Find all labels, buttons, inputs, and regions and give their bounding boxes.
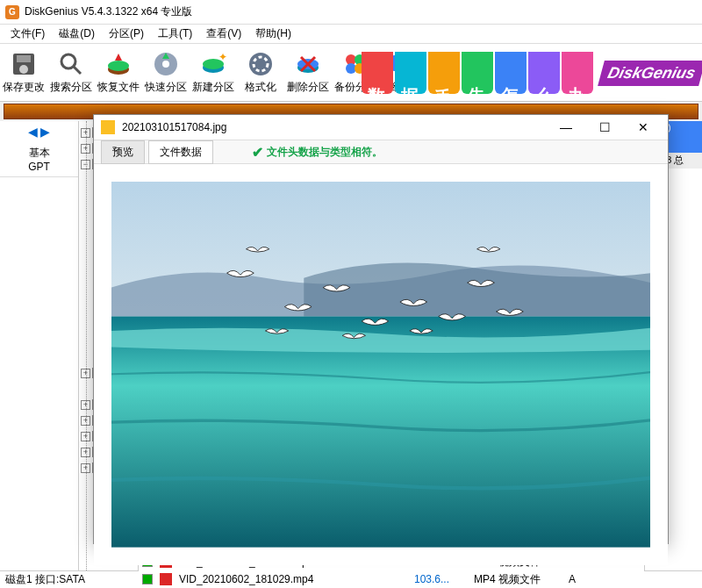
brand-tag: 失 xyxy=(462,52,493,94)
brand-tag: 怎 xyxy=(495,52,526,94)
preview-image xyxy=(111,182,650,548)
format-button[interactable]: 格式化 xyxy=(237,47,284,99)
brand-tag: 据 xyxy=(395,52,426,94)
recover-files-button[interactable]: 恢复文件 xyxy=(95,47,142,99)
quick-partition-button[interactable]: 快速分区 xyxy=(142,47,190,99)
left-panel: ◀ ▶ 基本 GPT xyxy=(0,121,79,570)
window-titlebar: G DiskGenius V5.4.3.1322 x64 专业版 xyxy=(0,0,702,25)
brand-tag: 数 xyxy=(362,52,393,94)
preview-titlebar[interactable]: 202103101517084.jpg — ☐ ✕ xyxy=(94,115,668,140)
menu-help[interactable]: 帮助(H) xyxy=(248,25,298,43)
search-icon xyxy=(57,50,85,78)
svg-rect-1 xyxy=(17,55,31,62)
menu-disk[interactable]: 磁盘(D) xyxy=(52,25,102,43)
menu-partition[interactable]: 分区(P) xyxy=(102,25,151,43)
new-partition-button[interactable]: ✦新建分区 xyxy=(190,47,237,99)
svg-point-2 xyxy=(19,65,28,74)
svg-point-8 xyxy=(162,61,169,68)
row-checkbox[interactable] xyxy=(142,574,153,584)
menu-tools[interactable]: 工具(T) xyxy=(151,25,199,43)
video-file-icon xyxy=(160,573,172,585)
disk-type-label: 基本 xyxy=(0,146,78,161)
nav-arrows[interactable]: ◀ ▶ xyxy=(0,121,78,142)
recover-icon xyxy=(104,50,133,78)
preview-status: ✔ 文件头数据与类型相符。 xyxy=(252,144,383,161)
partition-style-label: GPT xyxy=(0,161,78,173)
brand-tag: 办 xyxy=(562,52,593,94)
app-logo-icon: G xyxy=(5,5,19,19)
close-button[interactable]: ✕ xyxy=(626,115,661,140)
minimize-button[interactable]: — xyxy=(548,115,584,140)
svg-point-3 xyxy=(61,54,75,68)
preview-filename: 202103101517084.jpg xyxy=(122,121,226,133)
checkmark-icon: ✔ xyxy=(252,144,263,161)
svg-point-6 xyxy=(108,61,129,71)
brand-strip: 数 据 丢 失 怎 么 办 DiskGenius xyxy=(361,44,702,102)
delete-partition-button[interactable]: 删除分区 xyxy=(284,47,332,99)
maximize-button[interactable]: ☐ xyxy=(587,115,622,140)
file-name: VID_20210602_181029.mp4 xyxy=(179,573,407,585)
tab-filedata[interactable]: 文件数据 xyxy=(148,140,213,164)
newpart-icon: ✦ xyxy=(199,50,227,78)
file-type: MP4 视频文件 xyxy=(474,572,562,587)
image-file-icon xyxy=(101,120,115,134)
preview-image-area xyxy=(94,164,668,565)
toolbar: 保存更改 搜索分区 恢复文件 快速分区 ✦新建分区 格式化 删除分区 备份分区 … xyxy=(0,44,702,102)
svg-line-4 xyxy=(74,67,81,74)
menu-view[interactable]: 查看(V) xyxy=(199,25,248,43)
search-partition-button[interactable]: 搜索分区 xyxy=(47,47,95,99)
file-size: 103.6... xyxy=(414,573,467,585)
brand-tag: 么 xyxy=(528,52,560,94)
brand-tag: 丢 xyxy=(428,52,460,94)
menu-bar: 文件(F) 磁盘(D) 分区(P) 工具(T) 查看(V) 帮助(H) xyxy=(0,25,702,44)
menu-file[interactable]: 文件(F) xyxy=(4,25,52,43)
brand-logo-text: DiskGenius xyxy=(598,61,702,86)
format-icon xyxy=(247,50,275,78)
delete-icon xyxy=(294,50,322,78)
tab-preview[interactable]: 预览 xyxy=(101,140,145,164)
status-text: 磁盘1 接口:SATA xyxy=(5,572,85,587)
window-title: DiskGenius V5.4.3.1322 x64 专业版 xyxy=(25,4,192,19)
disk-icon xyxy=(10,50,38,78)
quickpart-icon xyxy=(152,50,180,78)
file-attr: A xyxy=(569,573,576,585)
table-row[interactable]: VID_20210602_181029.mp4 103.6... MP4 视频文… xyxy=(139,570,644,588)
svg-text:✦: ✦ xyxy=(218,51,227,63)
preview-window: 202103101517084.jpg — ☐ ✕ 预览 文件数据 ✔ 文件头数… xyxy=(93,114,669,544)
save-changes-button[interactable]: 保存更改 xyxy=(0,47,47,99)
